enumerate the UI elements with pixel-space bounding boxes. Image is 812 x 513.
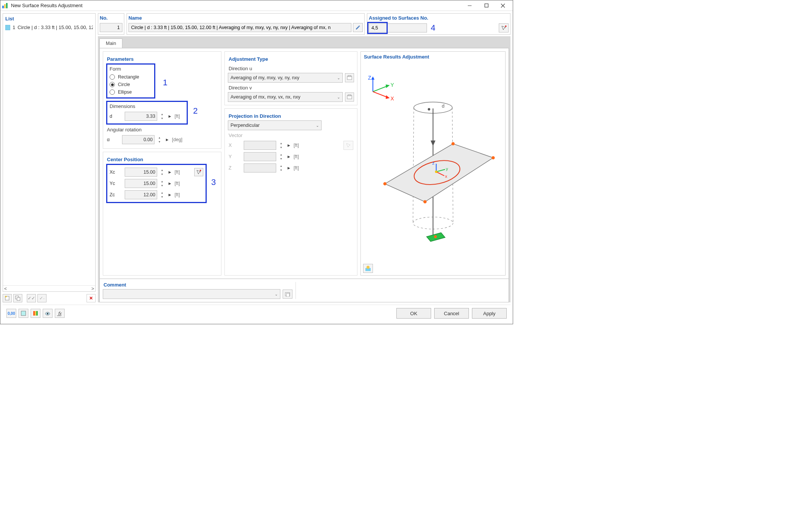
window-title: New Surface Results Adjustment: [11, 3, 461, 8]
svg-point-27: [428, 108, 430, 110]
assigned-label: Assigned to Surfaces No.: [367, 14, 510, 22]
copy-item-button[interactable]: [13, 294, 22, 302]
dir-u-select[interactable]: Averaging of my, mxy, vy, ny, nxy⌄: [228, 73, 343, 83]
tab-main[interactable]: Main: [99, 39, 122, 48]
vec-y-label: Y: [229, 154, 241, 159]
vec-y-spinner: ▲▼: [278, 153, 284, 161]
svg-rect-54: [36, 311, 38, 316]
edit-name-button[interactable]: [353, 23, 363, 32]
svg-text:x: x: [445, 174, 447, 179]
cancel-button[interactable]: Cancel: [434, 308, 469, 319]
yc-label: Yc: [110, 181, 122, 186]
form-ellipse[interactable]: Ellipse: [109, 88, 153, 96]
check-all-button[interactable]: ✓✓: [27, 294, 36, 302]
close-button[interactable]: [495, 0, 511, 11]
preview-reset-button[interactable]: [363, 264, 373, 273]
name-input[interactable]: [128, 23, 351, 32]
xc-menu[interactable]: ▶: [167, 168, 172, 176]
vec-z-input: [244, 163, 276, 173]
svg-point-34: [452, 142, 455, 145]
colors-button[interactable]: [31, 309, 40, 318]
svg-text:✶: ✶: [5, 296, 8, 299]
maximize-button[interactable]: [478, 0, 495, 11]
dir-v-value: Averaging of mx, mxy, vx, nx, nxy: [230, 94, 300, 100]
apply-button[interactable]: Apply: [472, 308, 507, 319]
comment-title: Comment: [103, 282, 292, 289]
list-body[interactable]: 1 Circle | d : 3.33 ft | 15.00, 15.00, 1…: [3, 23, 95, 285]
yc-input[interactable]: 15.00: [125, 179, 157, 188]
xc-unit: [ft]: [175, 169, 180, 175]
svg-text:Z: Z: [368, 75, 371, 81]
callout-4: 4: [431, 23, 435, 33]
form-rectangle[interactable]: Rectangle: [109, 73, 153, 81]
alpha-input[interactable]: 0.00: [122, 135, 155, 144]
uncheck-all-button[interactable]: ✓–: [37, 294, 46, 302]
preview-title: Surface Results Adjustment: [361, 52, 505, 62]
svg-rect-2: [6, 3, 8, 8]
svg-line-20: [373, 86, 387, 92]
svg-rect-0: [2, 6, 4, 8]
vec-z-label: Z: [229, 165, 241, 171]
preview-canvas[interactable]: Z Y X d: [361, 62, 505, 262]
svg-rect-52: [33, 311, 35, 316]
dir-v-select[interactable]: Averaging of mx, mxy, vx, nx, nxy⌄: [228, 92, 343, 102]
form-circle-label: Circle: [118, 82, 130, 87]
svg-rect-10: [17, 297, 20, 300]
xc-input[interactable]: 15.00: [125, 168, 157, 177]
list-scrollbar[interactable]: <>: [3, 285, 95, 291]
delete-item-button[interactable]: ✕: [87, 294, 96, 302]
svg-point-44: [435, 171, 437, 173]
dir-u-lib-button[interactable]: [345, 73, 354, 82]
zc-input[interactable]: 12.00: [125, 190, 157, 199]
new-item-button[interactable]: ✶: [3, 294, 12, 302]
d-spinner[interactable]: ▲▼: [159, 112, 165, 120]
yc-spinner[interactable]: ▲▼: [159, 179, 165, 188]
svg-point-48: [367, 266, 370, 269]
formula-button[interactable]: f͟x: [55, 309, 65, 318]
svg-text:z: z: [432, 160, 435, 165]
svg-point-56: [47, 313, 48, 314]
minimize-button[interactable]: [461, 0, 478, 11]
alpha-label: α: [107, 137, 120, 142]
dir-v-lib-button[interactable]: [345, 92, 354, 102]
svg-text:d: d: [442, 103, 444, 109]
svg-rect-1: [4, 4, 6, 8]
svg-point-46: [434, 235, 437, 238]
ok-button[interactable]: OK: [396, 308, 431, 319]
projection-select[interactable]: Perpendicular⌄: [228, 120, 322, 130]
comment-lib-button[interactable]: [283, 290, 292, 299]
units-button[interactable]: 0,00: [6, 309, 16, 318]
svg-rect-51: [21, 311, 26, 316]
alpha-spinner[interactable]: ▲▼: [157, 136, 162, 144]
vec-x-spinner: ▲▼: [278, 141, 284, 149]
pick-surfaces-button[interactable]: [499, 23, 509, 32]
svg-line-21: [373, 92, 387, 97]
svg-rect-53: [35, 311, 36, 316]
assigned-surfaces-input[interactable]: [369, 23, 427, 32]
yc-menu[interactable]: ▶: [167, 179, 172, 188]
d-menu[interactable]: ▶: [167, 112, 172, 120]
d-input[interactable]: 3.33: [125, 112, 157, 121]
svg-text:Y: Y: [391, 82, 394, 88]
vec-x-input: [244, 141, 276, 150]
comment-select[interactable]: ⌄: [103, 289, 280, 299]
list-item-swatch: [5, 25, 10, 30]
vec-x-menu: ▶: [286, 141, 291, 149]
form-circle[interactable]: Circle: [109, 81, 153, 88]
xc-label: Xc: [110, 169, 122, 175]
alpha-menu[interactable]: ▶: [164, 136, 170, 144]
d-unit: [ft]: [175, 114, 180, 119]
zc-unit: [ft]: [175, 192, 180, 197]
pick-center-button[interactable]: [194, 168, 203, 176]
zc-menu[interactable]: ▶: [167, 191, 172, 199]
display-button[interactable]: [19, 309, 28, 318]
no-input[interactable]: [100, 23, 122, 32]
zc-spinner[interactable]: ▲▼: [159, 191, 165, 199]
vector-label: Vector: [228, 130, 354, 140]
xc-spinner[interactable]: ▲▼: [159, 168, 165, 176]
svg-point-33: [383, 182, 386, 185]
list-item[interactable]: 1 Circle | d : 3.33 ft | 15.00, 15.00, 1…: [4, 24, 94, 31]
vec-y-unit: [ft]: [294, 154, 299, 159]
yc-unit: [ft]: [175, 181, 180, 186]
camera-button[interactable]: [43, 309, 53, 318]
